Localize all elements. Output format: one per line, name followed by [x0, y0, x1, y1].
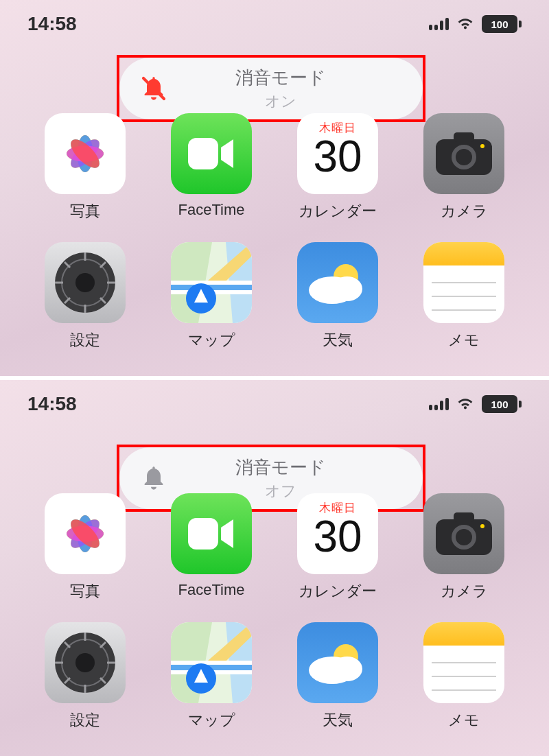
- app-grid: 写真 FaceTime 木曜日 30 カレンダー カメラ 設定: [40, 113, 509, 351]
- app-grid: 写真 FaceTime 木曜日 30 カレンダー カメラ 設定: [40, 493, 509, 731]
- app-settings[interactable]: 設定: [40, 622, 130, 731]
- app-notes[interactable]: メモ: [419, 242, 509, 351]
- status-bar: 14:58 100: [0, 0, 549, 48]
- weather-icon: [297, 242, 378, 323]
- svg-point-32: [332, 276, 362, 301]
- battery-icon: 100: [482, 395, 522, 413]
- app-label: FaceTime: [178, 201, 245, 219]
- app-label: マップ: [188, 710, 235, 731]
- banner-title: 消音モード: [187, 456, 375, 480]
- app-label: 天気: [323, 710, 353, 731]
- notes-icon: [423, 242, 504, 323]
- app-maps[interactable]: マップ: [166, 622, 257, 731]
- silent-mode-banner: 消音モード オン: [119, 58, 423, 119]
- status-time: 14:58: [27, 13, 77, 35]
- screenshot-silent-on: 14:58 100 消音モード オン: [0, 0, 549, 376]
- svg-point-14: [480, 144, 484, 148]
- battery-icon: 100: [482, 15, 522, 33]
- banner-text: 消音モード オン: [187, 66, 402, 112]
- maps-icon: [171, 242, 252, 323]
- app-photos[interactable]: 写真: [40, 493, 130, 602]
- app-notes[interactable]: メモ: [419, 622, 509, 731]
- maps-icon: [171, 622, 252, 703]
- screenshot-silent-off: 14:58 100 消音モード オフ: [0, 380, 549, 756]
- weather-icon: [297, 622, 378, 703]
- app-facetime[interactable]: FaceTime: [166, 493, 257, 602]
- svg-point-64: [332, 657, 362, 681]
- banner-subtitle: オン: [187, 91, 375, 112]
- app-label: 設定: [70, 330, 100, 351]
- status-time: 14:58: [27, 393, 77, 415]
- camera-icon: [423, 113, 504, 194]
- app-calendar[interactable]: 木曜日 30 カレンダー: [292, 493, 383, 602]
- svg-point-13: [456, 149, 472, 165]
- svg-point-46: [480, 524, 484, 528]
- settings-icon: [45, 242, 126, 323]
- app-label: FaceTime: [178, 581, 245, 599]
- app-label: カメラ: [441, 201, 488, 222]
- highlight-box: 消音モード オン: [117, 55, 425, 122]
- app-label: メモ: [448, 710, 480, 731]
- camera-icon: [423, 493, 504, 574]
- calendar-date: 30: [297, 134, 378, 178]
- app-label: 天気: [323, 330, 353, 351]
- battery-level: 100: [482, 15, 517, 33]
- app-weather[interactable]: 天気: [292, 242, 383, 351]
- banner-title: 消音モード: [187, 66, 375, 90]
- app-maps[interactable]: マップ: [166, 242, 257, 351]
- app-photos[interactable]: 写真: [40, 113, 130, 222]
- calendar-date: 30: [297, 515, 378, 558]
- photos-icon: [45, 493, 126, 574]
- app-calendar[interactable]: 木曜日 30 カレンダー: [292, 113, 383, 222]
- notes-icon: [423, 622, 504, 703]
- app-label: 写真: [70, 201, 100, 222]
- app-facetime[interactable]: FaceTime: [166, 113, 257, 222]
- svg-rect-43: [454, 512, 474, 522]
- svg-point-45: [456, 529, 472, 545]
- svg-rect-11: [454, 132, 474, 142]
- svg-point-25: [75, 273, 95, 292]
- bell-slash-icon: [140, 75, 167, 102]
- app-label: マップ: [188, 330, 235, 351]
- app-label: カレンダー: [299, 581, 377, 602]
- app-label: 写真: [70, 581, 100, 602]
- status-right: 100: [429, 15, 522, 33]
- app-label: カメラ: [441, 581, 488, 602]
- app-camera[interactable]: カメラ: [419, 493, 509, 602]
- calendar-icon: 木曜日 30: [297, 113, 378, 194]
- app-label: 設定: [70, 710, 100, 731]
- wifi-icon: [456, 395, 475, 413]
- svg-rect-41: [188, 518, 218, 550]
- wifi-icon: [456, 15, 475, 33]
- cellular-signal-icon: [429, 398, 449, 410]
- bell-icon: [140, 464, 167, 492]
- app-label: メモ: [448, 330, 480, 351]
- app-label: カレンダー: [299, 201, 377, 222]
- svg-point-57: [75, 653, 95, 672]
- status-bar: 14:58 100: [0, 380, 549, 428]
- app-weather[interactable]: 天気: [292, 622, 383, 731]
- app-camera[interactable]: カメラ: [419, 113, 509, 222]
- settings-icon: [45, 622, 126, 703]
- battery-level: 100: [482, 395, 517, 413]
- app-settings[interactable]: 設定: [40, 242, 130, 351]
- svg-rect-9: [188, 138, 218, 169]
- cellular-signal-icon: [429, 18, 449, 30]
- facetime-icon: [171, 113, 252, 194]
- calendar-icon: 木曜日 30: [297, 493, 378, 574]
- photos-icon: [45, 113, 126, 194]
- status-right: 100: [429, 395, 522, 413]
- facetime-icon: [171, 493, 252, 574]
